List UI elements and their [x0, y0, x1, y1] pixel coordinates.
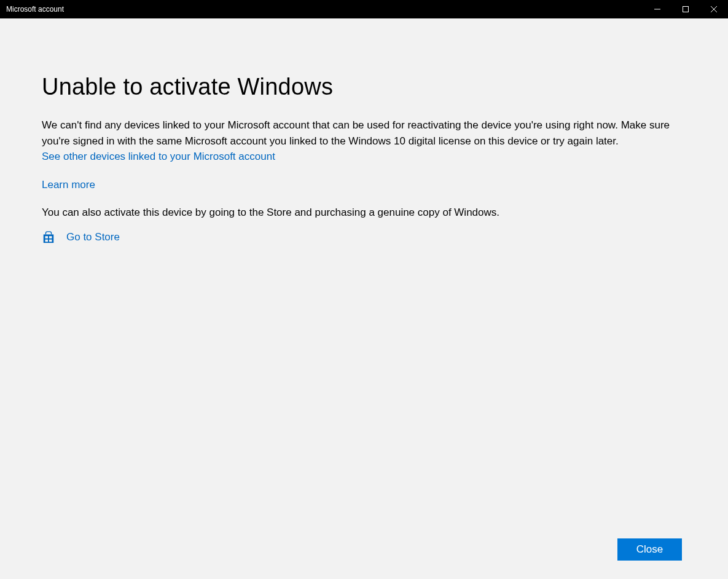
title-bar: Microsoft account [0, 0, 728, 18]
main-content: Unable to activate Windows We can't find… [0, 18, 728, 244]
footer: Close [617, 538, 682, 561]
minimize-button[interactable] [643, 0, 671, 18]
window-controls [643, 0, 728, 18]
svg-rect-5 [49, 236, 52, 238]
store-description-text: You can also activate this device by goi… [42, 205, 686, 221]
maximize-icon [683, 4, 689, 15]
close-button[interactable]: Close [617, 538, 682, 561]
close-window-button[interactable] [700, 0, 728, 18]
learn-more-link[interactable]: Learn more [42, 177, 95, 193]
svg-rect-6 [45, 239, 49, 242]
go-to-store-label: Go to Store [66, 231, 120, 243]
store-icon [42, 230, 55, 244]
go-to-store-row[interactable]: Go to Store [42, 230, 686, 244]
window-title: Microsoft account [6, 5, 64, 14]
minimize-icon [654, 4, 660, 15]
svg-rect-4 [45, 236, 49, 238]
see-devices-link[interactable]: See other devices linked to your Microso… [42, 149, 275, 165]
maximize-button[interactable] [671, 0, 700, 18]
page-title: Unable to activate Windows [42, 74, 686, 100]
svg-rect-7 [49, 239, 52, 242]
close-icon [711, 4, 717, 15]
svg-rect-1 [683, 7, 689, 12]
description-text: We can't find any devices linked to your… [42, 117, 686, 149]
